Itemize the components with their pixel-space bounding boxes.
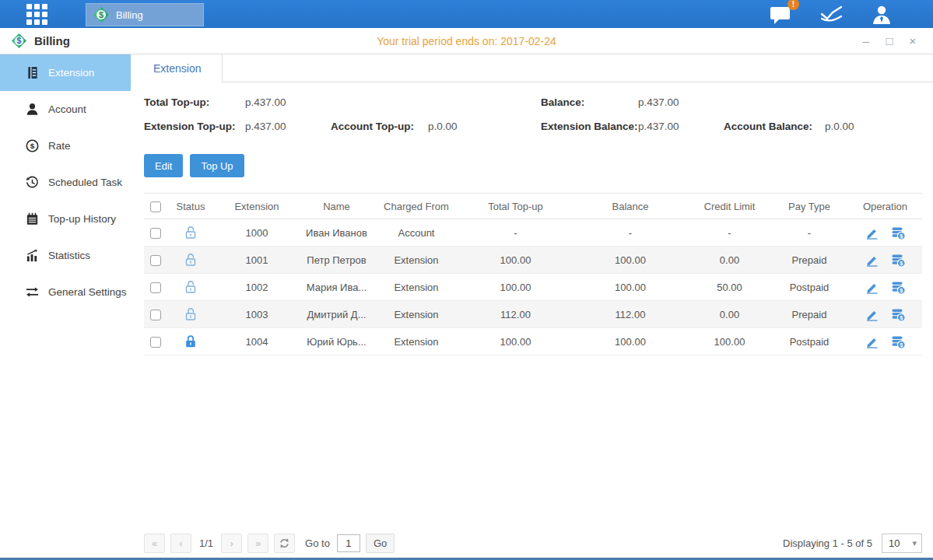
top-up-row-icon[interactable]: $ [890,334,906,349]
refresh-button[interactable] [274,534,295,553]
tab-extension[interactable]: Extension [132,54,223,82]
edit-row-icon[interactable] [865,280,879,294]
user-account-icon[interactable] [871,4,893,25]
edit-row-icon[interactable] [865,334,879,348]
top-up-row-icon[interactable]: $ [890,252,906,268]
select-all-checkbox[interactable] [150,201,161,212]
cell-balance: 100.00 [572,336,689,348]
balance-value: p.437.00 [638,96,679,108]
locked-icon[interactable] [183,334,198,349]
sidebar-item-topup-history[interactable]: Top-up History [0,201,131,237]
extension-balance-label: Extension Balance: [541,121,638,132]
cell-name: Дмитрий Д... [300,309,374,320]
cell-pay-type: Postpaid [770,282,848,293]
goto-page-input[interactable] [337,534,360,552]
edit-row-icon[interactable] [865,253,879,267]
goto-label: Go to [305,537,330,549]
cell-name: Мария Ива... [300,282,374,293]
unlocked-icon[interactable] [183,225,198,240]
taskbar-tab-label: Billing [116,9,143,21]
cell-name: Петр Петров [300,254,374,266]
sidebar-item-scheduled-task[interactable]: Scheduled Task [0,164,131,201]
sidebar-item-extension[interactable]: Extension [0,54,131,91]
cell-extension: 1001 [214,254,300,266]
last-page-button[interactable]: » [247,534,268,553]
billing-diamond-icon: $ [93,6,110,23]
scheduled-task-icon [24,175,40,191]
row-checkbox[interactable] [150,310,161,320]
sidebar-item-label: Extension [48,67,94,79]
cell-total-topup: - [459,227,572,239]
table-row: 1002 Мария Ива... Extension 100.00 100.0… [144,274,922,301]
extension-topup-value: p.437.00 [245,121,286,132]
cell-pay-type: Prepaid [770,254,848,266]
account-icon [24,102,40,117]
cell-credit-limit: 100.00 [689,336,770,348]
svg-text:$: $ [17,36,22,45]
refresh-icon [279,537,290,549]
edit-row-icon[interactable] [865,226,879,240]
row-checkbox[interactable] [150,255,161,266]
page-size-value: 10 [889,537,900,549]
messages-icon[interactable]: ! [770,4,793,25]
minimize-button[interactable]: – [860,35,872,47]
extension-balance-value: p.437.00 [638,121,679,132]
extension-icon [24,65,40,81]
cell-total-topup: 100.00 [459,254,572,266]
cell-credit-limit: 0.00 [689,309,770,320]
sidebar-item-account[interactable]: Account [0,91,131,128]
unlocked-icon[interactable] [183,306,198,322]
cell-charged-from: Account [374,227,459,239]
app-launcher-grid-icon[interactable] [26,4,53,24]
statistics-chart-icon[interactable] [819,4,844,24]
go-button[interactable]: Go [366,534,395,553]
unlocked-icon[interactable] [183,252,198,268]
top-up-row-icon[interactable]: $ [890,306,906,322]
taskbar-tab-billing[interactable]: $ Billing [86,3,204,26]
sidebar-item-label: General Settings [48,286,127,298]
maximize-button[interactable]: □ [883,35,896,47]
cell-total-topup: 112.00 [459,309,572,320]
row-checkbox[interactable] [150,337,161,348]
table-row: 1000 Иван Иванов Account - - - - $ [144,219,922,247]
account-balance-value: p.0.00 [825,121,854,132]
window-title-bar: $ Billing Your trial period ends on: 201… [0,28,933,54]
cell-balance: 112.00 [572,309,689,320]
page-size-select[interactable]: 10 ▾ [882,534,922,553]
top-app-bar: $ Billing ! [0,0,933,28]
sidebar-item-label: Statistics [48,250,90,261]
sidebar-item-statistics[interactable]: Statistics [0,237,131,274]
first-page-button[interactable]: « [144,534,165,553]
account-balance-label: Account Balance: [724,121,812,132]
top-up-row-icon[interactable]: $ [890,279,906,295]
sidebar: Extension Account $ Rate [0,54,131,558]
window-title: Billing [34,34,70,47]
top-up-button[interactable]: Top Up [190,154,244,177]
cell-credit-limit: 0.00 [689,254,770,266]
row-checkbox[interactable] [150,282,161,293]
sidebar-item-rate[interactable]: $ Rate [0,128,131,164]
header-charged-from: Charged From [374,201,459,212]
header-name: Name [300,201,374,212]
billing-summary: Total Top-up: p.437.00 Balance: p.437.00… [144,93,933,142]
cell-charged-from: Extension [374,282,459,293]
close-button[interactable]: × [907,35,919,47]
next-page-button[interactable]: › [221,534,242,553]
unlocked-icon[interactable] [183,279,198,295]
header-pay-type: Pay Type [770,201,848,212]
edit-button[interactable]: Edit [144,154,183,177]
account-topup-label: Account Top-up: [331,121,414,132]
chevron-down-icon: ▾ [912,538,917,548]
header-status: Status [167,201,214,212]
cell-extension: 1003 [214,309,300,320]
statistics-icon [24,248,40,264]
cell-charged-from: Extension [374,254,459,266]
edit-row-icon[interactable] [865,307,879,321]
sidebar-item-general-settings[interactable]: General Settings [0,274,131,310]
row-checkbox[interactable] [150,228,161,239]
table-body: 1000 Иван Иванов Account - - - - $ [144,219,922,355]
general-settings-icon [24,285,40,300]
prev-page-button[interactable]: ‹ [170,534,191,553]
cell-pay-type: - [770,227,848,239]
top-up-row-icon[interactable]: $ [890,225,906,240]
